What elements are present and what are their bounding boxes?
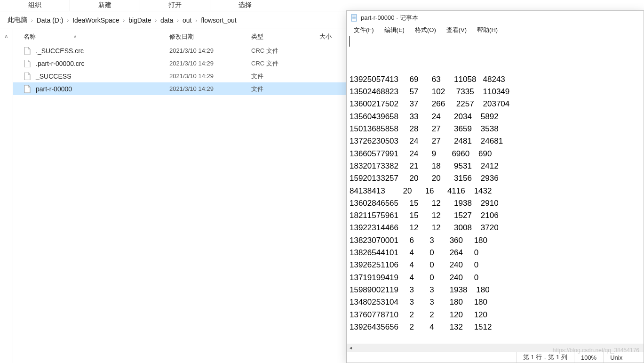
breadcrumb-item[interactable]: data [160, 16, 173, 24]
text-content[interactable]: 13925057413 69 63 11058 48243 1350246882… [347, 35, 644, 344]
status-zoom: 100% [574, 352, 603, 363]
column-headers: 名称∧ 修改日期 类型 大小 [13, 29, 346, 44]
column-type[interactable]: 类型 [251, 32, 319, 41]
notepad-window: part-r-00000 - 记事本 文件(F)编辑(E)格式(O)查看(V)帮… [346, 10, 644, 363]
chevron-right-icon: › [123, 17, 125, 23]
ribbon-tab[interactable]: 新建 [70, 0, 140, 11]
menu-item[interactable]: 格式(O) [411, 26, 440, 34]
svg-rect-0 [351, 15, 357, 21]
file-date: 2021/3/10 14:29 [169, 73, 251, 80]
status-encoding: Unix [603, 352, 629, 363]
file-icon [24, 60, 31, 67]
menubar: 文件(F)编辑(E)格式(O)查看(V)帮助(H) [347, 25, 644, 35]
file-row[interactable]: .part-r-00000.crc2021/3/10 14:29CRC 文件 [13, 57, 346, 70]
notepad-icon [350, 14, 358, 22]
file-type: 文件 [251, 85, 319, 93]
window-title: part-r-00000 - 记事本 [361, 14, 418, 22]
breadcrumb-item[interactable]: bigDate [128, 16, 151, 24]
file-type: 文件 [251, 72, 319, 81]
file-row[interactable]: ._SUCCESS.crc2021/3/10 14:29CRC 文件 [13, 44, 346, 57]
menu-item[interactable]: 文件(F) [350, 26, 378, 34]
text-cursor [349, 36, 350, 47]
scroll-left-icon[interactable]: ◄ [347, 344, 355, 352]
breadcrumb-item[interactable]: out [183, 16, 191, 24]
menu-item[interactable]: 编辑(E) [380, 26, 409, 34]
file-date: 2021/3/10 14:29 [169, 47, 251, 54]
file-row[interactable]: _SUCCESS2021/3/10 14:29文件 [13, 70, 346, 82]
ribbon-tab[interactable]: 组织 [0, 0, 70, 11]
ribbon-tab[interactable]: 选择 [210, 0, 280, 11]
breadcrumb-item[interactable]: Data (D:) [37, 16, 64, 24]
menu-item[interactable]: 查看(V) [442, 26, 471, 34]
breadcrumb-item[interactable]: flowsort_out [201, 16, 236, 24]
file-icon [24, 85, 31, 93]
breadcrumb: 此电脑›Data (D:)›IdeaWorkSpace›bigDate›data… [0, 11, 346, 29]
column-name[interactable]: 名称∧ [13, 32, 169, 41]
chevron-up-icon[interactable]: ∧ [4, 33, 8, 40]
ribbon: 组织新建打开选择 [0, 0, 346, 11]
sort-indicator-icon: ∧ [73, 34, 77, 39]
file-type: CRC 文件 [251, 47, 319, 55]
file-row[interactable]: part-r-000002021/3/10 14:29文件 [13, 82, 346, 95]
chevron-right-icon: › [67, 17, 69, 23]
column-date[interactable]: 修改日期 [169, 32, 251, 41]
file-explorer: 组织新建打开选择 此电脑›Data (D:)›IdeaWorkSpace›big… [0, 0, 346, 363]
ribbon-tab[interactable]: 打开 [140, 0, 210, 11]
column-size[interactable]: 大小 [319, 32, 346, 41]
file-icon [24, 47, 31, 55]
titlebar[interactable]: part-r-00000 - 记事本 [347, 11, 644, 25]
file-name: ._SUCCESS.crc [36, 47, 84, 55]
nav-strip: ∧ [0, 29, 13, 363]
chevron-right-icon: › [31, 17, 33, 23]
status-position: 第 1 行，第 1 列 [516, 352, 574, 363]
file-name: _SUCCESS [36, 73, 71, 80]
file-name: part-r-00000 [36, 85, 72, 93]
chevron-right-icon: › [196, 17, 198, 23]
breadcrumb-item[interactable]: 此电脑 [8, 16, 27, 24]
file-type: CRC 文件 [251, 59, 319, 68]
file-name: .part-r-00000.crc [36, 60, 84, 67]
breadcrumb-item[interactable]: IdeaWorkSpace [72, 16, 119, 24]
file-date: 2021/3/10 14:29 [169, 85, 251, 92]
chevron-right-icon: › [155, 17, 157, 23]
file-icon [24, 73, 31, 80]
statusbar: 第 1 行，第 1 列 100% Unix [347, 352, 644, 363]
file-list: 名称∧ 修改日期 类型 大小 ._SUCCESS.crc2021/3/10 14… [13, 29, 346, 363]
horizontal-scrollbar[interactable]: ◄ [347, 344, 644, 352]
file-date: 2021/3/10 14:29 [169, 60, 251, 67]
chevron-right-icon: › [177, 17, 179, 23]
menu-item[interactable]: 帮助(H) [473, 26, 502, 34]
